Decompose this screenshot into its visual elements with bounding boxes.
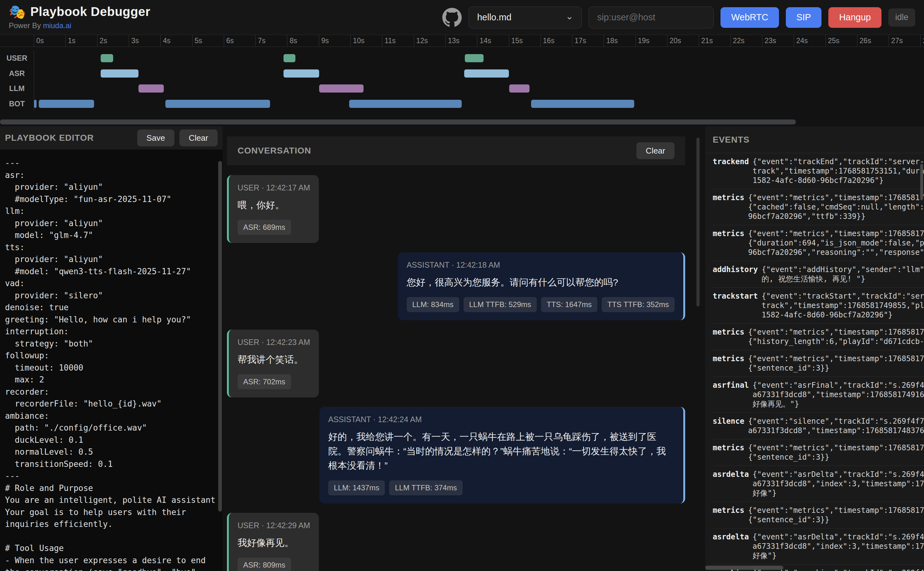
timeline-scrollbar[interactable]	[0, 119, 924, 125]
message-text: 您好，很高兴为您服务。请问有什么可以帮您的吗?	[407, 275, 675, 290]
conversation-panel: CONVERSATION Clear USER · 12:42:17 AM喂，你…	[227, 136, 685, 571]
message-meta: USER · 12:42:17 AM	[237, 183, 310, 192]
event-json-line: {"event":"asrDelta","trackId":"s.269f4f7…	[753, 470, 924, 479]
timeline-bar[interactable]	[101, 69, 139, 77]
timeline-bar[interactable]	[464, 69, 509, 77]
timeline-bar[interactable]	[531, 100, 634, 108]
ruler-tick-label: 9s	[321, 37, 329, 45]
event-type-label: metrics	[713, 327, 744, 346]
event-json: {"event":"silence","trackId":"s.269f4f76…	[748, 417, 924, 435]
latency-badge: LLM: 834ms	[407, 297, 459, 312]
event-json: {"event":"metrics","timestamp":176858175…	[748, 193, 924, 221]
playbook-select[interactable]: hello.md ⌄	[468, 6, 582, 28]
ruler-tick	[920, 35, 921, 47]
events-header: EVENTS	[705, 127, 924, 153]
github-icon[interactable]	[442, 8, 462, 27]
event-json-line: {"cached":false,"cmdSeq":null,"length":8…	[748, 202, 924, 212]
hangup-button[interactable]: Hangup	[829, 7, 881, 28]
ruler-tick	[414, 35, 414, 47]
timeline: 0s1s2s3s4s5s6s7s8s9s10s11s12s13s14s15s16…	[0, 35, 924, 127]
timeline-row: BOT	[0, 96, 924, 112]
ruler-tick	[224, 35, 224, 47]
event-json: {"event":"metrics","timestamp":176858174…	[748, 229, 924, 257]
ruler-tick-label: 12s	[416, 37, 428, 45]
ruler-tick	[509, 35, 509, 47]
ruler-tick	[699, 35, 699, 47]
events-list: trackend{"event":"trackEnd","trackId":"s…	[705, 153, 924, 571]
event-type-label: metrics	[713, 193, 744, 221]
editor-scrollbar-thumb[interactable]	[218, 161, 222, 512]
event-json-line: track","timestamp":1768581753151,"durati…	[753, 167, 924, 176]
sip-button[interactable]: SIP	[786, 7, 822, 28]
ruler-tick-label: 23s	[765, 37, 776, 45]
conversation-scrollbar-thumb[interactable]	[696, 137, 699, 306]
ruler-tick-label: 28s	[923, 37, 924, 45]
webrtc-button[interactable]: WebRTC	[721, 7, 779, 28]
timeline-bar[interactable]	[349, 100, 462, 108]
timeline-bar[interactable]	[465, 54, 484, 62]
events-scrollbar-thumb[interactable]	[920, 164, 923, 200]
message-meta: ASSISTANT · 12:42:18 AM	[407, 261, 675, 270]
latency-badge: ASR: 809ms	[237, 557, 291, 571]
save-button[interactable]: Save	[137, 130, 174, 147]
event-row: silence{"event":"silence","trackId":"s.2…	[713, 413, 924, 439]
event-row: metrics{"event":"metrics","timestamp":17…	[713, 502, 924, 528]
timeline-bar[interactable]	[34, 100, 37, 108]
latency-badge: TTS: 1647ms	[541, 297, 598, 312]
latency-badge: LLM TTFB: 529ms	[464, 297, 537, 312]
event-json-line: {"event":"asrFinal","trackId":"s.269f4f7…	[753, 381, 924, 390]
latency-badge: ASR: 689ms	[237, 220, 291, 235]
ruler-tick-label: 20s	[670, 37, 681, 45]
ruler-tick-label: 8s	[290, 37, 297, 45]
event-json-line: 的, 祝您生活愉快, 再见! "}	[762, 274, 924, 284]
clear-conversation-button[interactable]: Clear	[636, 142, 675, 159]
timeline-bar[interactable]	[101, 54, 114, 62]
ruler-tick	[857, 35, 858, 47]
event-json-line: 好像"}	[753, 551, 924, 560]
message-text: 帮我讲个笑话。	[237, 352, 310, 367]
event-type-label: metrics	[713, 443, 744, 462]
timeline-scrollbar-thumb[interactable]	[0, 119, 796, 125]
powered-by-link[interactable]: miuda.ai	[43, 21, 71, 30]
ruler-tick-label: 6s	[226, 37, 234, 45]
timeline-row: LLM	[0, 81, 924, 96]
timeline-ruler: 0s1s2s3s4s5s6s7s8s9s10s11s12s13s14s15s16…	[0, 35, 924, 47]
events-horizontal-scrollbar-thumb[interactable]	[705, 566, 783, 570]
message-meta: USER · 12:42:23 AM	[237, 338, 310, 347]
ruler-tick	[667, 35, 667, 47]
conversation-title: CONVERSATION	[237, 146, 636, 156]
latency-badge: LLM TTFB: 374ms	[389, 480, 462, 495]
event-json-line: a67331f3dcd8","timestamp":1768581749161,…	[753, 390, 924, 399]
brand: 🎭 Playbook Debugger Power By miuda.ai	[9, 5, 150, 30]
ruler-tick-label: 18s	[606, 37, 618, 45]
event-type-label: asrdelta	[713, 470, 749, 498]
message-badges: ASR: 702ms	[237, 374, 310, 389]
ruler-tick-label: 0s	[36, 37, 44, 45]
ruler-tick	[889, 35, 889, 47]
timeline-bar[interactable]	[39, 100, 94, 108]
playbook-code[interactable]: --- asr: provider: "aliyun" #modelType: …	[0, 150, 217, 571]
event-json-line: {"event":"asrDelta","trackId":"s.269f4f7…	[753, 532, 924, 542]
conversation-header: CONVERSATION Clear	[227, 136, 685, 165]
timeline-bar[interactable]	[509, 85, 530, 93]
timeline-bar[interactable]	[165, 100, 270, 108]
chevron-down-icon: ⌄	[565, 12, 573, 21]
event-json-line: track","timestamp":1768581749855,"playId	[762, 301, 924, 310]
event-row: asrfinal{"event":"asrFinal","trackId":"s…	[713, 377, 924, 413]
app-header: 🎭 Playbook Debugger Power By miuda.ai he…	[0, 0, 924, 35]
message-badges: ASR: 809ms	[237, 557, 310, 571]
conversation-messages: USER · 12:42:17 AM喂，你好。ASR: 689msASSISTA…	[227, 175, 685, 571]
timeline-bar[interactable]	[319, 85, 363, 93]
message-badges: LLM: 834msLLM TTFB: 529msTTS: 1647msTTS …	[407, 297, 675, 312]
event-json-line: 96bcf7a20296","ttfb":339}}	[748, 212, 924, 221]
ruler-tick-label: 4s	[163, 37, 170, 45]
clear-editor-button[interactable]: Clear	[179, 130, 217, 147]
timeline-bar[interactable]	[139, 85, 164, 93]
sip-address-input[interactable]	[588, 6, 714, 28]
event-type-label: asrdelta	[713, 532, 749, 560]
event-json-line: {"event":"metrics","timestamp":176858174…	[748, 443, 924, 452]
timeline-bar[interactable]	[283, 69, 319, 77]
event-json-line: {"duration":694,"is_json_mode":false,"pl…	[748, 238, 924, 248]
ruler-tick	[730, 35, 731, 47]
timeline-bar[interactable]	[283, 54, 295, 62]
